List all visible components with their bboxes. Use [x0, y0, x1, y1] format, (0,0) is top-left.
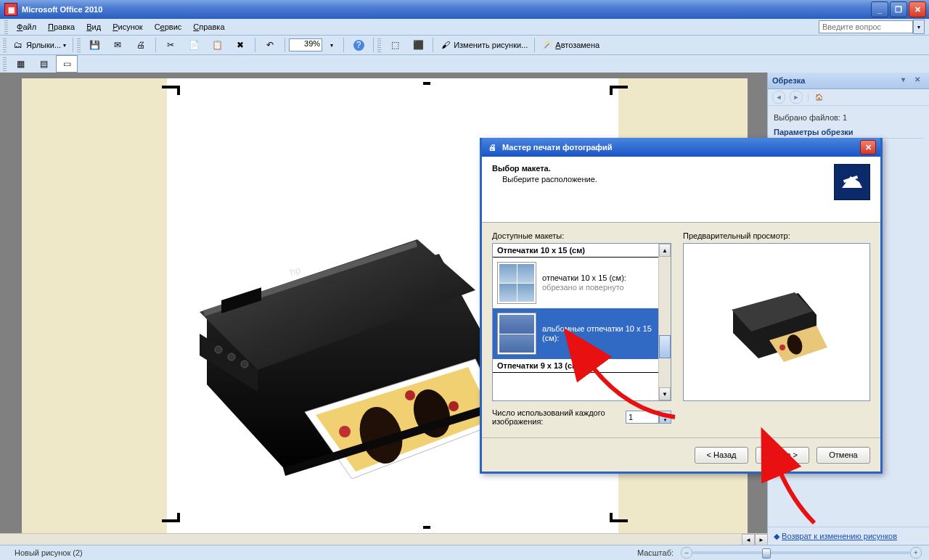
scroll-thumb[interactable]	[659, 335, 671, 358]
menu-view[interactable]: Вид	[82, 21, 105, 33]
print-button[interactable]: 🖨	[130, 36, 152, 54]
toolbar-views: ▦ ▤ ▭	[0, 55, 929, 73]
grip[interactable]	[77, 38, 81, 52]
filmstrip-icon: ▤	[38, 58, 49, 70]
zoom-thumb[interactable]	[762, 548, 771, 559]
wizard-cancel-button[interactable]: Отмена	[817, 447, 870, 464]
app-icon: ▦	[4, 3, 17, 16]
preview-label: Предварительный просмотр:	[683, 231, 870, 240]
cut-button[interactable]: ✂	[160, 36, 181, 54]
delete-button[interactable]: ✖	[229, 36, 251, 54]
wizard-subheading: Выберите расположение.	[502, 175, 834, 184]
help-button[interactable]: ?	[348, 36, 369, 54]
autofit-icon: ⬚	[389, 39, 401, 51]
restore-button[interactable]: ❐	[890, 1, 907, 17]
layout-section-1: Отпечатки 10 x 15 (см)	[493, 244, 658, 258]
statusbar: Новый рисунок (2) Масштаб: – +	[0, 545, 929, 560]
pane-close[interactable]: ✕	[914, 75, 925, 86]
layouts-scrollbar[interactable]: ▲ ▼	[658, 244, 671, 400]
wizard-buttons: < Назад Далее > Отмена	[482, 437, 880, 472]
pane-nav: ◄ ► | 🏠	[768, 89, 929, 106]
wizard-next-button[interactable]: Далее >	[756, 447, 809, 464]
pane-forward-button[interactable]: ►	[790, 91, 803, 104]
crop-handle-tr[interactable]	[606, 73, 628, 95]
printer-image: hp	[163, 145, 526, 479]
svg-point-13	[779, 345, 785, 350]
svg-point-7	[339, 426, 351, 437]
menu-picture[interactable]: Рисунок	[108, 21, 147, 33]
zoom-in-button[interactable]: +	[910, 547, 922, 559]
pane-back-button[interactable]: ◄	[772, 91, 785, 104]
count-down[interactable]: ▼	[660, 417, 671, 423]
menu-edit[interactable]: Правка	[44, 21, 79, 33]
crop-handle-tm[interactable]	[423, 82, 430, 89]
fit-button[interactable]: ⬛	[407, 36, 429, 54]
save-button[interactable]: 💾	[83, 36, 105, 54]
h-scrollbar[interactable]: ◄ ►	[0, 533, 768, 545]
svg-point-1	[228, 353, 235, 361]
layout-item-2-selected[interactable]: альбомные отпечатки 10 x 15 (см):	[493, 308, 658, 359]
grip[interactable]	[3, 57, 7, 71]
status-zoom-label: Масштаб:	[630, 548, 681, 557]
grid-icon: ▦	[15, 58, 26, 70]
svg-point-8	[405, 390, 415, 400]
mail-button[interactable]: ✉	[107, 36, 128, 54]
view-thumbnails[interactable]: ▦	[9, 55, 31, 73]
app-title: Microsoft Office 2010	[22, 5, 102, 14]
minimize-button[interactable]: _	[871, 1, 888, 17]
copy-button[interactable]: 📄	[183, 36, 205, 54]
help-search-input[interactable]	[819, 20, 913, 33]
svg-point-0	[215, 346, 222, 353]
wizard-close-button[interactable]: ✕	[860, 140, 876, 155]
count-label: Число использований каждого изображения:	[492, 408, 618, 426]
menu-tools[interactable]: Сервис	[150, 21, 187, 33]
delete-icon: ✖	[234, 39, 246, 51]
scroll-down[interactable]: ▼	[659, 387, 671, 400]
menu-help[interactable]: Справка	[189, 21, 229, 33]
wizard-back-button[interactable]: < Назад	[695, 447, 748, 464]
undo-icon: ↶	[264, 39, 276, 51]
crop-handle-bm[interactable]	[423, 526, 430, 533]
view-single[interactable]: ▭	[56, 55, 78, 73]
scroll-right[interactable]: ►	[755, 534, 768, 545]
layout-section-2: Отпечатки 9 x 13 (см)	[493, 359, 658, 373]
wizard-body: Доступные макеты: Отпечатки 10 x 15 (см)…	[482, 223, 880, 458]
help-dropdown[interactable]: ▾	[913, 20, 925, 34]
grip[interactable]	[4, 20, 8, 34]
count-up[interactable]: ▲	[660, 411, 671, 417]
zoom-out-button[interactable]: –	[681, 547, 692, 559]
autocorrect-icon: 🪄	[541, 39, 553, 51]
paste-button[interactable]: 📋	[206, 36, 228, 54]
back-to-edit-link[interactable]: Возврат к изменению рисунков	[782, 532, 897, 540]
autocorrect-button[interactable]: 🪄Автозамена	[539, 36, 602, 54]
close-button[interactable]: ✕	[909, 1, 926, 17]
crop-handle-tl[interactable]	[162, 73, 184, 95]
pane-dropdown[interactable]: ▾	[901, 75, 912, 86]
undo-button[interactable]: ↶	[259, 36, 281, 54]
layouts-listbox[interactable]: Отпечатки 10 x 15 (см) отпечатки 10 x 15…	[492, 243, 671, 401]
wizard-titlebar[interactable]: 🖨 Мастер печати фотографий ✕	[482, 138, 880, 157]
print-icon: 🖨	[135, 39, 147, 51]
scroll-left[interactable]: ◄	[742, 534, 755, 545]
count-input[interactable]	[626, 411, 659, 424]
layout-thumb-2	[497, 313, 536, 355]
scroll-up[interactable]: ▲	[659, 244, 671, 257]
menu-file[interactable]: Файл	[12, 21, 41, 33]
wizard-icon: 🖨	[486, 141, 498, 153]
layout-item-1[interactable]: отпечатки 10 x 15 (см):обрезано и поверн…	[493, 258, 658, 308]
autofit-button[interactable]: ⬚	[384, 36, 406, 54]
wizard-header: Выбор макета. Выберите расположение.	[482, 157, 880, 223]
grip[interactable]	[377, 38, 381, 52]
help-icon: ?	[353, 40, 364, 51]
shortcuts-button[interactable]: 🗂Ярлыки...▾	[9, 36, 69, 54]
pane-home-button[interactable]: 🏠	[814, 91, 825, 103]
zoom-dropdown[interactable]: ▾	[324, 36, 340, 54]
view-filmstrip[interactable]: ▤	[33, 55, 54, 73]
grip[interactable]	[3, 38, 7, 52]
zoom-slider[interactable]	[692, 551, 910, 554]
app-titlebar: ▦ Microsoft Office 2010 _ ❐ ✕	[0, 0, 929, 19]
menubar: Файл Правка Вид Рисунок Сервис Справка ▾	[0, 19, 929, 36]
toolbar-main: 🗂Ярлыки...▾ 💾 ✉ 🖨 ✂ 📄 📋 ✖ ↶ 39% ▾ ? ⬚ ⬛ …	[0, 36, 929, 55]
zoom-input[interactable]: 39%	[289, 38, 322, 52]
edit-pictures-button[interactable]: 🖌Изменить рисунки...	[437, 36, 531, 54]
